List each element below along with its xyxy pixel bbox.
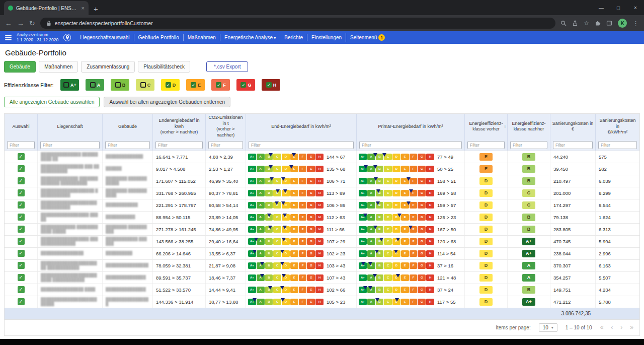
row-checkbox[interactable]: ✓ — [18, 201, 25, 209]
column-header-endenergiebedarf-in-kwh[interactable]: Endenergiebedarf in kWh(vorher > nachher… — [153, 114, 206, 140]
row-checkbox[interactable]: ✓ — [18, 298, 25, 305]
filter-input[interactable] — [208, 141, 243, 149]
class-filter-e[interactable]: ✓E — [186, 79, 205, 91]
filter-input[interactable] — [7, 141, 35, 149]
row-checkbox[interactable]: ✓ — [18, 165, 25, 172]
scale-segment-g: G — [418, 299, 426, 305]
column-header-auswahl[interactable]: Auswahl — [5, 114, 38, 140]
scale-segment-h: H — [315, 190, 324, 196]
filter-input[interactable] — [553, 141, 593, 149]
row-checkbox[interactable]: ✓ — [18, 214, 25, 221]
row-checkbox[interactable]: ✓ — [18, 286, 25, 293]
filter-input[interactable] — [510, 141, 547, 149]
column-header-energieeffizienz[interactable]: Energieeffizienz-klasse vorher↓ — [465, 114, 508, 140]
csv-export-button[interactable]: *.csv Export — [206, 61, 248, 72]
last-page-icon[interactable]: » — [630, 324, 633, 331]
tab-zusammenfassung[interactable]: Zusammenfassung — [81, 61, 135, 73]
row-checkbox[interactable]: ✓ — [18, 250, 25, 257]
nav-item-geb-ude-portfolio[interactable]: Gebäude-Portfolio — [134, 34, 183, 41]
efficiency-class-badge: C — [522, 201, 535, 209]
column-header-sanierungskosten-in[interactable]: Sanierungskosten in€ — [550, 114, 596, 140]
column-header-liegenschaft[interactable]: Liegenschaft — [38, 114, 103, 140]
clear-selection-button[interactable]: Auswahl bei allen angezeigten Gebäuden e… — [104, 97, 230, 107]
close-icon[interactable]: × — [627, 0, 644, 15]
next-page-icon[interactable]: › — [620, 324, 622, 331]
scale-segment-g: G — [418, 262, 426, 269]
nav-item-ma-nahmen[interactable]: Maßnahmen — [183, 34, 220, 41]
filter-input[interactable] — [105, 141, 150, 149]
scale-segment-h: H — [426, 190, 434, 196]
first-page-icon[interactable]: « — [600, 324, 604, 331]
hamburger-menu-icon[interactable] — [5, 35, 12, 40]
total-cost-cell: 3.086.742,35 — [550, 308, 596, 319]
class-filter-a+[interactable]: A+ — [60, 79, 79, 91]
class-filter-b[interactable]: B — [111, 79, 129, 91]
class-filter-a[interactable]: A — [86, 79, 104, 91]
class-before-cell: D — [465, 212, 508, 223]
profile-avatar[interactable]: K — [618, 19, 627, 28]
nav-item-einstellungen[interactable]: Einstellungen — [307, 34, 346, 41]
scale-segment-g: G — [307, 287, 315, 293]
header-line: (vorher > nachher) — [207, 126, 244, 138]
marker-before-icon — [396, 238, 400, 241]
forward-icon[interactable]: → — [17, 20, 24, 27]
class-filter-f[interactable]: ✓F — [211, 79, 230, 91]
maximize-icon[interactable]: □ — [610, 0, 627, 15]
minimize-icon[interactable]: — — [593, 0, 610, 15]
page-size-select[interactable]: 10 ▾ — [539, 323, 557, 332]
share-icon[interactable] — [572, 20, 578, 26]
column-header-co2-emissionen-in-t[interactable]: CO2-Emissionen in t(vorher > nachher) — [206, 114, 246, 140]
side-panel-icon[interactable] — [606, 20, 612, 26]
scale-values: 37 > 16 — [437, 263, 453, 268]
class-filter-g[interactable]: ✓G — [236, 79, 255, 91]
row-checkbox[interactable]: ✓ — [18, 238, 25, 245]
column-header-prim-r-energiebedarf-in-kwh-m[interactable]: Primär-Energiebedarf in kWh/m² — [357, 114, 465, 140]
filter-input[interactable] — [155, 141, 203, 149]
row-checkbox[interactable]: ✓ — [18, 226, 25, 233]
tab-geb-ude[interactable]: Gebäude — [4, 61, 36, 73]
nav-item-seitenmen[interactable]: Seitenmenü1 — [346, 33, 389, 42]
filter-input[interactable] — [467, 141, 505, 149]
class-filter-c[interactable]: C — [136, 79, 154, 91]
reload-icon[interactable]: ↻ — [29, 20, 35, 27]
row-checkbox[interactable]: ✓ — [18, 189, 25, 196]
browser-tab[interactable]: Gebäude-Portfolio | ENSPECTER × — [4, 1, 89, 15]
location-pin-icon[interactable] — [63, 34, 71, 41]
row-checkbox[interactable]: ✓ — [18, 177, 25, 184]
bookmark-star-icon[interactable]: ☆ — [584, 20, 589, 26]
class-filter-d[interactable]: ✓D — [161, 79, 180, 91]
filter-input[interactable] — [598, 141, 637, 149]
tab-plausibilit-tscheck[interactable]: Plausibilitätscheck — [138, 61, 190, 73]
class-filter-h[interactable]: ✓H — [262, 79, 280, 91]
row-checkbox[interactable]: ✓ — [18, 274, 25, 281]
browser-menu-icon[interactable]: ⋮ — [632, 20, 639, 27]
filter-input[interactable] — [40, 141, 100, 149]
scale-segment-e: E — [401, 226, 409, 233]
column-header-energieeffizienz[interactable]: Energieeffizienz-klasse nachher — [508, 114, 550, 140]
nav-item-berichte[interactable]: Berichte — [280, 34, 307, 41]
scale-segment-h: H — [426, 287, 434, 293]
marker-after-icon — [269, 153, 273, 157]
back-icon[interactable]: ← — [5, 20, 12, 27]
extensions-puzzle-icon[interactable] — [595, 20, 601, 26]
previous-page-icon[interactable]: ‹ — [611, 324, 613, 331]
scale-segment-g: G — [418, 226, 426, 233]
scale-segment-h: H — [426, 250, 434, 257]
column-header-end-energiebedarf-in-kwh-m[interactable]: End-Energiebedarf in kWh/m² — [246, 114, 357, 140]
column-header-geb-ude[interactable]: Gebäude — [103, 114, 153, 140]
filter-input[interactable] — [359, 141, 462, 149]
column-header-sanierungskosten-in[interactable]: Sanierungskosten in€/kWh*m² — [596, 114, 639, 140]
address-bar[interactable]: enspecter.de/enspecter/portfolioCustomer — [40, 18, 556, 29]
nav-item-energetische-analyse[interactable]: Energetische Analyse ▾ — [220, 34, 280, 41]
new-tab-button[interactable]: + — [94, 5, 98, 13]
nav-item-liegenschaftsauswahl[interactable]: Liegenschaftsauswahl — [76, 34, 133, 41]
marker-before-icon — [292, 153, 296, 157]
sort-arrow-icon[interactable]: ↓ — [504, 124, 507, 130]
tab-ma-nahmen[interactable]: Maßnahmen — [39, 61, 78, 73]
tab-close-icon[interactable]: × — [82, 5, 85, 11]
search-icon[interactable] — [560, 20, 567, 26]
row-checkbox[interactable]: ✓ — [18, 262, 25, 269]
row-checkbox[interactable]: ✓ — [18, 153, 25, 160]
filter-input[interactable] — [249, 141, 354, 149]
select-all-button[interactable]: Alle angezeigten Gebäude auswählen — [4, 97, 100, 107]
